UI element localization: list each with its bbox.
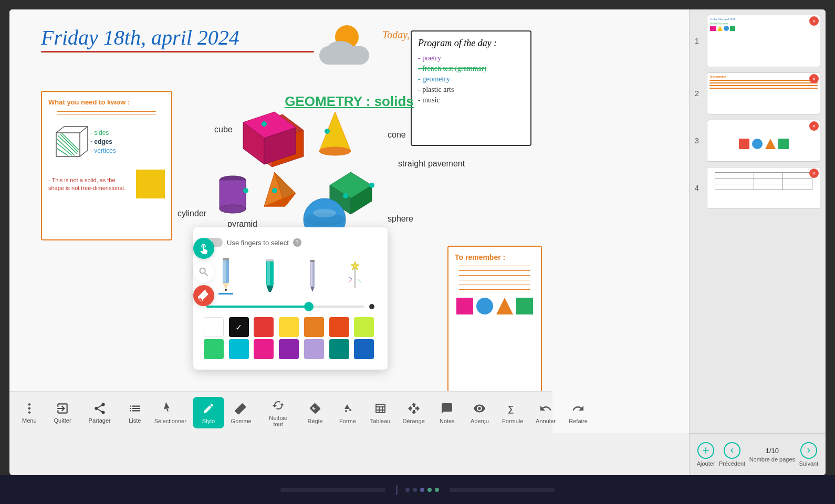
color-pink[interactable] (254, 339, 274, 359)
color-lime[interactable] (354, 317, 374, 337)
ruler-tool-btn[interactable]: Règle (299, 397, 331, 428)
eraser-floating-btn[interactable] (193, 285, 214, 306)
slider-track[interactable] (206, 306, 364, 308)
search-icon (198, 266, 210, 278)
remember-line-3 (459, 275, 531, 276)
shape-tool-btn[interactable]: Forme (332, 397, 363, 428)
share-label: Partager (89, 417, 111, 424)
color-purple[interactable] (279, 339, 299, 359)
redo-tool-btn[interactable]: Refaire (562, 397, 594, 428)
slide-close-1[interactable]: × (809, 16, 819, 26)
add-label: Ajouter (697, 460, 715, 467)
geometry-title: GEOMETRY : solids (285, 93, 414, 110)
preview-tool-btn[interactable]: Aperçu (464, 397, 495, 428)
list-icon (128, 402, 142, 415)
search-floating-btn[interactable] (193, 261, 214, 282)
slide-item-2[interactable]: 2 × To remember : (695, 72, 820, 114)
table-tool-btn[interactable]: Tableau (364, 397, 396, 428)
menu-label: Menu (22, 417, 37, 424)
slide-item-1[interactable]: 1 × Friday 18th, april 2024 GEOMETRY: so… (695, 15, 820, 67)
slide-item-3[interactable]: 3 × (695, 120, 820, 162)
menu-icon (23, 402, 36, 415)
marker-tool[interactable] (263, 259, 277, 293)
menu-button[interactable]: Menu (15, 397, 44, 428)
slide-close-2[interactable]: × (809, 74, 819, 83)
label-cylinder: cylinder (178, 209, 206, 218)
size-slider[interactable] (204, 304, 377, 309)
quit-label: Quitter (54, 417, 71, 424)
color-black[interactable] (229, 317, 249, 337)
notes-tool-btn[interactable]: Notes (431, 397, 463, 428)
slide-thumb-3[interactable]: × (707, 120, 820, 162)
svg-point-31 (313, 209, 336, 217)
slide-thumb-4[interactable]: × (707, 167, 820, 209)
svg-line-5 (80, 150, 88, 156)
svg-point-35 (272, 188, 277, 193)
color-cyan[interactable] (229, 339, 249, 359)
pen-label: Stylo (202, 418, 215, 424)
remember-line-1 (459, 266, 531, 266)
finger-toggle-area[interactable]: Use fingers to select ? (204, 238, 301, 247)
formula-tool-btn[interactable]: ∑ Formule (496, 397, 529, 428)
derange-tool-btn[interactable]: Dérange (397, 397, 430, 428)
pencil-tool[interactable] (218, 257, 233, 295)
select-tool-btn[interactable]: Sélectionner (149, 397, 192, 428)
add-slide-btn[interactable]: Ajouter (697, 442, 715, 467)
color-orange1[interactable] (304, 317, 324, 337)
remember-box: To remember : (447, 246, 542, 393)
slider-thumb[interactable] (304, 302, 314, 311)
table-label: Tableau (370, 418, 391, 424)
slide-num-1: 1 (695, 37, 703, 45)
prev-slide-btn[interactable]: Précédent (719, 442, 745, 467)
shape-label-btn: Forme (339, 418, 356, 424)
svg-line-1 (56, 127, 64, 133)
color-lavender[interactable] (304, 339, 324, 359)
slide-close-3[interactable]: × (809, 121, 819, 131)
color-orange2[interactable] (329, 317, 349, 337)
marker-icon (263, 259, 277, 293)
color-white[interactable] (204, 317, 224, 337)
shape-triangle-orange (496, 298, 513, 314)
pen-icon (307, 259, 318, 293)
shape-square-pink (456, 298, 473, 314)
left-floating-toolbar (193, 238, 217, 306)
color-blue[interactable] (354, 339, 374, 359)
share-button[interactable]: Partager (81, 397, 118, 428)
slide-close-4[interactable]: × (809, 169, 819, 178)
svg-rect-44 (267, 261, 270, 285)
svg-marker-49 (310, 287, 315, 292)
eraser-icon (198, 290, 210, 301)
slide-thumb-2[interactable]: × To remember : (707, 72, 820, 114)
slide-num-3: 3 (695, 136, 703, 145)
eraser-tool-icon (234, 401, 248, 416)
toolbar-main: Sélectionner Stylo (149, 394, 594, 432)
svg-rect-50 (310, 260, 315, 262)
touch-select-btn[interactable] (193, 238, 214, 259)
star-wand-tool[interactable] (348, 259, 362, 293)
cube-sketch-svg (48, 122, 90, 164)
clear-tool-btn[interactable]: Nettoie tout (258, 394, 298, 432)
next-slide-btn[interactable]: Suivant (799, 442, 819, 467)
pen-tools-row (204, 257, 377, 295)
derange-icon (406, 401, 421, 416)
color-yellow[interactable] (279, 317, 299, 337)
color-teal[interactable] (329, 339, 349, 359)
shape-square-green (516, 298, 533, 314)
program-item-geometry: - geometry (418, 75, 524, 83)
undo-tool-btn[interactable]: Annuler (530, 397, 561, 428)
svg-rect-39 (223, 260, 226, 282)
eraser-tool-btn[interactable]: Gomme (225, 397, 257, 428)
slide-thumb-1[interactable]: × Friday 18th, april 2024 GEOMETRY: soli… (707, 15, 820, 67)
svg-line-9 (57, 139, 75, 155)
quit-button[interactable]: Quitter (47, 397, 79, 428)
pen-tool-btn[interactable]: Stylo (193, 397, 224, 428)
color-red[interactable] (254, 317, 274, 337)
list-button[interactable]: Liste (121, 397, 149, 428)
color-green[interactable] (204, 339, 224, 359)
pen-tool[interactable] (307, 259, 318, 293)
help-icon[interactable]: ? (293, 238, 301, 247)
pen-popup-header: Use fingers to select ? (204, 238, 377, 247)
remember-title: To remember : (455, 253, 535, 261)
touch-icon (198, 243, 210, 254)
slide-item-4[interactable]: 4 × (695, 167, 820, 209)
